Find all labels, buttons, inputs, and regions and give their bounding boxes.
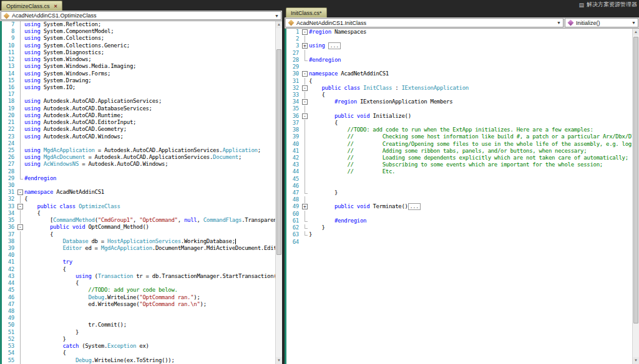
fold-collapse-icon[interactable]: -	[17, 189, 23, 195]
code-text: #region IExtensionApplication Members	[309, 98, 632, 105]
fold-collapse-icon[interactable]: -	[302, 29, 308, 35]
tab-initclass[interactable]: InitClass.cs*	[286, 7, 327, 17]
chevron-down-icon[interactable]: ▼	[273, 14, 281, 18]
line-number: 22	[2, 126, 17, 133]
code-line: 45	[286, 176, 632, 183]
line-number: 33	[286, 92, 301, 98]
code-token: }	[309, 189, 338, 196]
scrollbar-thumb[interactable]	[633, 37, 638, 323]
solution-explorer-tab[interactable]: ▤ 解决方案资源管理器	[578, 1, 637, 9]
line-number: 1	[286, 29, 301, 36]
code-text: }	[309, 224, 632, 231]
line-number: 26	[2, 154, 17, 161]
line-number: 49	[2, 315, 17, 322]
line-number: 15	[2, 77, 17, 84]
fold-collapse-icon[interactable]: -	[302, 85, 308, 91]
fold-margin: -	[301, 85, 309, 92]
fold-guide-line	[301, 92, 309, 98]
code-token: HostApplicationServices	[107, 238, 181, 244]
fold-collapse-icon[interactable]: -	[17, 224, 23, 230]
fold-guide-line	[17, 147, 24, 154]
code-token: System.IO;	[41, 84, 76, 90]
scroll-down-icon[interactable]: ▼	[633, 357, 639, 364]
class-icon	[4, 12, 10, 19]
code-token: "OptCommand"	[139, 217, 177, 223]
scroll-up-icon[interactable]: ▲	[276, 21, 282, 28]
tab-optimizeclass[interactable]: OptimizeClass.cs ×	[1, 1, 62, 11]
code-token: AcadNetAddinCS1	[338, 70, 389, 77]
code-text: // Adding some ribbon tabs, panels, and/…	[309, 148, 632, 155]
scroll-down-icon[interactable]: ▼	[276, 357, 282, 364]
fold-guide-line	[17, 63, 24, 70]
code-token: System.Collections;	[41, 35, 104, 41]
code-line: 8using System.ComponentModel;	[2, 28, 275, 35]
code-line: 36- public void OptCommand_Method()	[2, 224, 275, 231]
code-text: Database db = HostApplicationServices.Wo…	[24, 238, 275, 245]
scrollbar-thumb[interactable]	[276, 49, 281, 255]
code-token: ex)	[136, 343, 149, 349]
code-token: {	[24, 231, 53, 237]
fold-guide-line	[17, 42, 24, 49]
code-text	[24, 140, 275, 147]
fold-collapse-icon[interactable]: -	[17, 204, 23, 209]
code-token: // Subscribing to some events which are …	[309, 161, 603, 168]
left-code-lines[interactable]: 7using System.Reflection;8using System.C…	[2, 21, 275, 364]
chevron-down-icon[interactable]: ▼	[555, 21, 563, 25]
code-line: 7using System.Reflection;	[2, 21, 275, 28]
collapsed-region-box[interactable]: ...	[328, 42, 341, 49]
code-token: #endregion	[334, 218, 366, 224]
left-vertical-scrollbar[interactable]: ▲ ▼	[275, 21, 282, 364]
code-token: MgdAcApplication	[101, 245, 152, 251]
line-number: 38	[286, 127, 301, 133]
fold-guide-line	[17, 112, 24, 119]
code-text: using ...	[309, 42, 632, 49]
code-text	[309, 183, 632, 189]
code-token	[24, 245, 62, 251]
fold-collapse-icon[interactable]: -	[302, 99, 308, 105]
code-line: 31-namespace AcadNetAddinCS1	[2, 189, 275, 196]
code-token: MgdAcDocument	[44, 154, 85, 160]
code-text: public void OptCommand_Method()	[24, 224, 275, 231]
left-type-dropdown[interactable]: AcadNetAddinCS1.OptimizeClass ▼	[1, 11, 281, 20]
code-token: tr = db.TransactionManager.StartTransact…	[133, 273, 275, 279]
close-icon[interactable]: ×	[54, 3, 57, 9]
left-code-area[interactable]: 7using System.Reflection;8using System.C…	[0, 21, 282, 364]
code-line: 3+using ...	[286, 42, 632, 49]
right-member-dropdown[interactable]: Initialize() ▼	[565, 18, 638, 27]
code-token: );	[200, 301, 207, 307]
code-line: 43 using (Transaction tr = db.Transactio…	[2, 273, 275, 280]
line-number: 21	[2, 119, 17, 126]
right-vertical-scrollbar[interactable]: ▲ ▼	[632, 29, 639, 364]
left-type-dropdown-text: AcadNetAddinCS1.OptimizeClass	[12, 12, 97, 19]
code-line: 54 {	[2, 350, 275, 357]
code-text: // Etc.	[309, 168, 632, 175]
fold-guide-line	[17, 301, 24, 308]
code-token	[309, 85, 321, 91]
line-number: 37	[286, 120, 301, 127]
code-text: tr.Commit();	[24, 322, 275, 328]
code-line: 9using System.Collections;	[2, 35, 275, 42]
code-token: Initialize()	[369, 113, 411, 119]
fold-expand-icon[interactable]: +	[302, 204, 308, 209]
fold-guide-line	[17, 28, 24, 35]
line-number: 42	[286, 155, 301, 161]
right-code-lines[interactable]: 1-#region Namespaces23+using ...2728#end…	[286, 29, 632, 364]
scroll-up-icon[interactable]: ▲	[633, 29, 639, 36]
fold-expand-icon[interactable]: +	[302, 43, 308, 49]
code-line: 48	[286, 196, 632, 203]
code-token: {	[309, 92, 325, 98]
code-text: public class InitClass : IExtensionAppli…	[309, 85, 632, 92]
right-code-area[interactable]: 1-#region Namespaces23+using ...2728#end…	[285, 29, 639, 364]
code-line: 51 }	[2, 329, 275, 336]
code-line: 53 catch (System.Exception ex)	[2, 343, 275, 350]
right-type-dropdown[interactable]: AcadNetAddinCS1.InitClass ▼	[285, 18, 563, 27]
code-token	[325, 42, 328, 49]
code-line: 38 //TODO: add code to run when the ExtA…	[286, 127, 632, 133]
code-token: #region	[334, 98, 357, 105]
code-line: 18using Autodesk.AutoCAD.ApplicationServ…	[2, 98, 275, 105]
fold-collapse-icon[interactable]: -	[302, 71, 308, 77]
collapsed-region-box[interactable]: ...	[408, 203, 421, 210]
code-text: using Autodesk.AutoCAD.Geometry;	[24, 126, 275, 133]
chevron-down-icon[interactable]: ▼	[630, 21, 638, 25]
fold-collapse-icon[interactable]: -	[302, 113, 308, 119]
